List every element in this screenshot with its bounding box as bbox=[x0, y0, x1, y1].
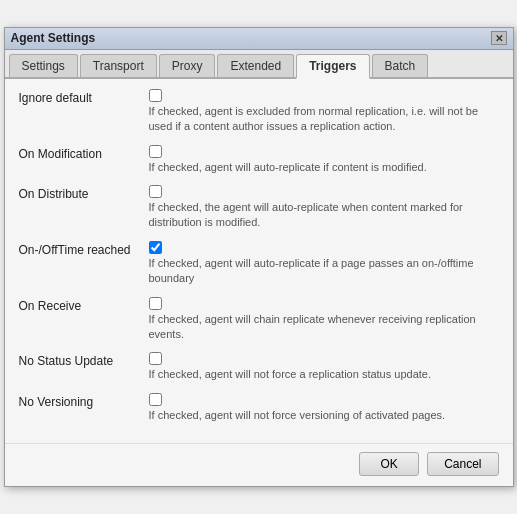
tab-content: Ignore default If checked, agent is excl… bbox=[5, 79, 513, 443]
checkbox-on-modification[interactable] bbox=[149, 145, 162, 158]
label-ignore-default: Ignore default bbox=[19, 89, 149, 105]
desc-on-offtime-reached: If checked, agent will auto-replicate if… bbox=[149, 256, 499, 287]
row-on-modification: On Modification If checked, agent will a… bbox=[19, 145, 499, 175]
label-no-versioning: No Versioning bbox=[19, 393, 149, 409]
tab-proxy[interactable]: Proxy bbox=[159, 54, 216, 77]
control-no-versioning: If checked, agent will not force version… bbox=[149, 393, 499, 423]
desc-no-status-update: If checked, agent will not force a repli… bbox=[149, 367, 499, 382]
desc-ignore-default: If checked, agent is excluded from norma… bbox=[149, 104, 499, 135]
checkbox-no-versioning[interactable] bbox=[149, 393, 162, 406]
desc-on-receive: If checked, agent will chain replicate w… bbox=[149, 312, 499, 343]
row-on-receive: On Receive If checked, agent will chain … bbox=[19, 297, 499, 343]
control-on-offtime-reached: If checked, agent will auto-replicate if… bbox=[149, 241, 499, 287]
agent-settings-dialog: Agent Settings ✕ Settings Transport Prox… bbox=[4, 27, 514, 487]
control-on-distribute: If checked, the agent will auto-replicat… bbox=[149, 185, 499, 231]
row-no-versioning: No Versioning If checked, agent will not… bbox=[19, 393, 499, 423]
tab-bar: Settings Transport Proxy Extended Trigge… bbox=[5, 50, 513, 79]
title-bar: Agent Settings ✕ bbox=[5, 28, 513, 50]
control-no-status-update: If checked, agent will not force a repli… bbox=[149, 352, 499, 382]
row-on-offtime-reached: On-/OffTime reached If checked, agent wi… bbox=[19, 241, 499, 287]
checkbox-on-receive[interactable] bbox=[149, 297, 162, 310]
label-on-modification: On Modification bbox=[19, 145, 149, 161]
tab-settings[interactable]: Settings bbox=[9, 54, 78, 77]
dialog-footer: OK Cancel bbox=[5, 443, 513, 486]
desc-on-distribute: If checked, the agent will auto-replicat… bbox=[149, 200, 499, 231]
label-no-status-update: No Status Update bbox=[19, 352, 149, 368]
close-button[interactable]: ✕ bbox=[491, 31, 507, 45]
tab-triggers[interactable]: Triggers bbox=[296, 54, 369, 79]
label-on-receive: On Receive bbox=[19, 297, 149, 313]
tab-batch[interactable]: Batch bbox=[372, 54, 429, 77]
checkbox-no-status-update[interactable] bbox=[149, 352, 162, 365]
desc-on-modification: If checked, agent will auto-replicate if… bbox=[149, 160, 499, 175]
row-ignore-default: Ignore default If checked, agent is excl… bbox=[19, 89, 499, 135]
control-on-receive: If checked, agent will chain replicate w… bbox=[149, 297, 499, 343]
label-on-offtime-reached: On-/OffTime reached bbox=[19, 241, 149, 257]
checkbox-on-distribute[interactable] bbox=[149, 185, 162, 198]
checkbox-ignore-default[interactable] bbox=[149, 89, 162, 102]
tab-extended[interactable]: Extended bbox=[217, 54, 294, 77]
ok-button[interactable]: OK bbox=[359, 452, 419, 476]
control-ignore-default: If checked, agent is excluded from norma… bbox=[149, 89, 499, 135]
control-on-modification: If checked, agent will auto-replicate if… bbox=[149, 145, 499, 175]
dialog-title: Agent Settings bbox=[11, 31, 96, 45]
cancel-button[interactable]: Cancel bbox=[427, 452, 498, 476]
row-no-status-update: No Status Update If checked, agent will … bbox=[19, 352, 499, 382]
row-on-distribute: On Distribute If checked, the agent will… bbox=[19, 185, 499, 231]
label-on-distribute: On Distribute bbox=[19, 185, 149, 201]
tab-transport[interactable]: Transport bbox=[80, 54, 157, 77]
checkbox-on-offtime-reached[interactable] bbox=[149, 241, 162, 254]
desc-no-versioning: If checked, agent will not force version… bbox=[149, 408, 499, 423]
